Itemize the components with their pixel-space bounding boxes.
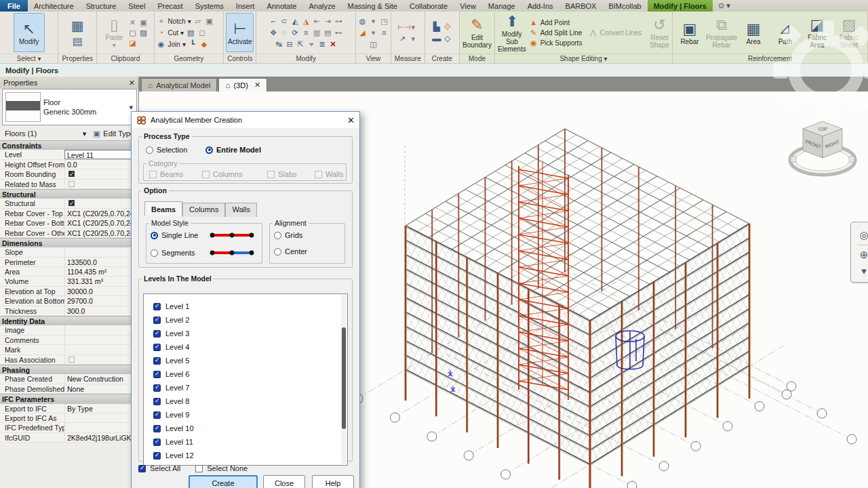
lightbulb-icon[interactable]: ◍ [358,16,368,26]
tab-modify-floors[interactable]: Modify | Floors [648,0,713,12]
view-tab-3d[interactable]: ⌂ (3D) ✕ [218,78,267,92]
level-item-level-11[interactable]: Level 11 [144,435,347,449]
property-value[interactable]: None [64,384,139,393]
modify-button[interactable]: ↖ Modify [14,13,45,52]
checkbox-columns[interactable]: Columns [202,170,242,178]
property-row[interactable]: Structural [0,199,139,208]
level-checkbox[interactable] [153,452,161,460]
tab-collaborate[interactable]: Collaborate [403,0,454,12]
mirror-draw-icon[interactable]: ◮ [301,16,311,26]
tab-insert[interactable]: Insert [230,0,261,12]
propagate-rebar-button[interactable]: ⧉Propagate Rebar [707,13,736,52]
level-item-level-6[interactable]: Level 6 [144,367,347,381]
property-value[interactable] [64,180,139,188]
properties-type-icon[interactable]: ▦ [69,18,85,33]
tab-precast[interactable]: Precast [151,0,189,12]
checkbox-beams[interactable]: Beams [149,170,183,178]
dimension-icon[interactable]: ↗ [397,34,407,43]
group-create-icon[interactable]: ▙ [432,22,441,32]
path-button[interactable]: ⊿Path [770,13,800,52]
property-value[interactable]: Level 11 [64,150,139,159]
property-value[interactable]: XC1 (C20/25,0.70,24... [64,209,139,218]
level-checkbox[interactable] [153,371,161,378]
dialog-close-icon[interactable]: ✕ [347,115,355,125]
ruler-icon[interactable]: ⊢⊣ [397,22,407,32]
move-icon[interactable]: ✥ [269,28,278,37]
properties-close-icon[interactable]: ✕ [129,79,135,87]
similar-icon[interactable]: ⬦ [443,34,452,43]
paste-button[interactable]: ▯ Paste▾ [102,13,125,52]
level-item-level-1[interactable]: Level 1 [144,300,347,313]
property-value[interactable]: 29700.0 [64,296,139,305]
camera-icon[interactable]: ◫ [369,39,378,49]
tab-barbox[interactable]: BARBOX [559,0,603,12]
tab-structure[interactable]: Structure [80,0,123,12]
measure-dd-icon[interactable]: ▾ [408,22,418,32]
unpin-icon[interactable]: ⊷ [334,28,343,37]
level-checkbox[interactable] [153,357,161,365]
tab-file[interactable]: File [0,0,28,12]
cut-geometry-tool[interactable]: ◔Cut▾▧◻ [157,28,208,37]
tab-view[interactable]: View [454,0,482,12]
steering-wheel-icon[interactable]: ◎ [856,228,868,243]
type-selector-dropdown-icon[interactable]: ▾ [129,103,133,112]
assembly-icon[interactable]: ⟐ [443,22,452,32]
selection-dropdown-icon[interactable]: ▾ [83,129,87,138]
property-row[interactable]: Rebar Cover - Top F...XC1 (C20/25,0.70,2… [0,209,139,218]
activate-button[interactable]: ⊢ Activate [226,13,254,52]
level-item-level-4[interactable]: Level 4 [144,340,347,354]
panel-properties-label[interactable]: Properties [58,54,96,63]
property-row[interactable]: Thickness300.0 [0,306,139,316]
edit-boundary-button[interactable]: ✎ Edit Boundary [462,13,492,52]
radio-selection[interactable]: Selection [146,146,187,154]
tab-manage[interactable]: Manage [482,0,521,12]
match-icon[interactable]: ▨ [138,28,148,37]
property-row[interactable]: LevelLevel 11 [0,150,139,159]
property-row[interactable]: Mark [0,345,139,354]
ribbon-options-icon[interactable]: ⊙ ▾ [713,0,736,12]
align-icon[interactable]: ⌐ [269,16,278,26]
property-value[interactable]: New Construction [64,374,139,383]
property-value[interactable] [64,325,139,334]
property-value[interactable]: 331.331 m³ [64,277,139,285]
property-row[interactable]: Has Association [0,355,139,365]
dialog-title-bar[interactable]: Analytical Member Creation ✕ [132,112,359,128]
tab-systems[interactable]: Systems [189,0,230,12]
radio-entire-model[interactable]: Entire Model [205,146,261,154]
edit-list-icon[interactable]: ≣ [317,39,327,49]
property-value[interactable] [64,355,139,364]
property-value[interactable] [64,345,139,354]
pick-supports-tool[interactable]: ◉Pick Supports [529,38,583,47]
property-value[interactable]: 133500.0 [64,258,139,266]
fabric-sheet-button[interactable]: ▨Fabric Sheet [834,13,864,52]
level-checkbox[interactable] [153,330,161,338]
property-value[interactable]: 1104.435 m² [64,267,139,276]
level-item-level-10[interactable]: Level 10 [144,422,347,435]
property-row[interactable]: Export to IFC As [0,413,139,423]
level-checkbox[interactable] [153,398,161,405]
add-point-tool[interactable]: ▲Add Point [529,18,570,27]
property-checkbox[interactable] [68,171,75,177]
tab-massing-site[interactable]: Massing & Site [342,0,403,12]
join-ends-icon[interactable]: ⫧ [307,39,316,49]
property-row[interactable]: Elevation at Bottom29700.0 [0,296,139,306]
tab-architecture[interactable]: Architecture [28,0,80,12]
fabric-area-button[interactable]: ◪Fabric Area [802,13,832,52]
panel-shape-editing-label[interactable]: Shape Editing ▾ [495,54,672,63]
level-item-level-9[interactable]: Level 9 [144,408,347,422]
parts-icon[interactable]: ▬ [432,34,441,43]
level-item-level-8[interactable]: Level 8 [144,394,347,408]
property-checkbox[interactable] [68,357,75,363]
rotate-icon[interactable]: ⟳ [290,28,300,37]
tab-bimcollab[interactable]: BIMcollab [602,0,647,12]
level-checkbox[interactable] [153,425,161,432]
property-value[interactable] [64,169,139,178]
level-checkbox[interactable] [153,303,161,310]
property-row[interactable]: Volume331.331 m³ [0,277,139,286]
cut-icon[interactable]: ✕ [127,18,137,27]
property-value[interactable] [64,247,139,256]
checkbox-walls[interactable]: Walls [315,170,343,178]
delete-helper-icon[interactable]: ⊟ [285,39,294,49]
property-row[interactable]: Elevation at Top30000.0 [0,287,139,296]
property-row[interactable]: Slope [0,247,139,257]
